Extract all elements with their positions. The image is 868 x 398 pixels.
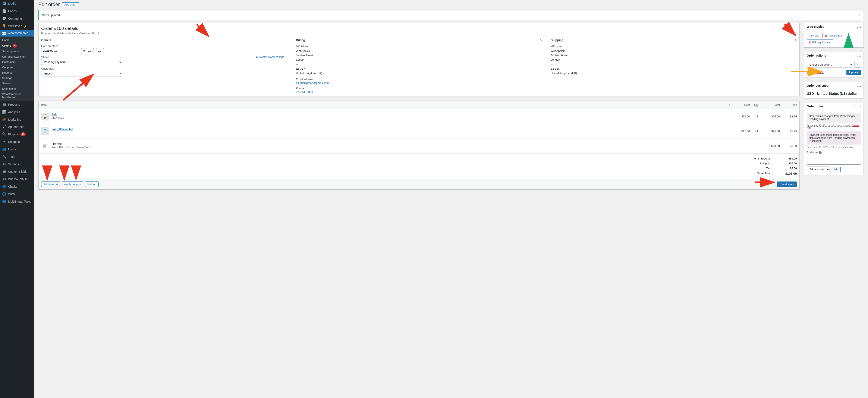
sort-icon[interactable]: ↑ <box>726 103 733 106</box>
hour-input[interactable] <box>86 48 94 54</box>
sidebar-subitem-orders[interactable]: Orders 4 <box>0 43 34 49</box>
sidebar-item-analytics[interactable]: 📊Analytics <box>0 108 34 116</box>
billing-phone-link[interactable]: 07455118823 <box>296 90 313 94</box>
billing-email-link[interactable]: bindushipman@gmail.com <box>296 81 329 85</box>
order-title: Order #100 details <box>41 26 797 31</box>
customer-select[interactable]: Guest <box>41 71 122 76</box>
count-badge: 4 <box>13 44 17 47</box>
chevron-up-icon[interactable]: ⌃ <box>852 54 855 57</box>
chevron-up-icon[interactable]: ⌃ <box>852 25 855 28</box>
address-line: Jubilee Street <box>551 54 797 58</box>
add-order-button[interactable]: Add order <box>62 2 79 7</box>
sidebar-subitem-subscriptions[interactable]: Subscriptions <box>0 49 34 54</box>
chevron-down-icon[interactable]: ⌄ <box>856 54 859 57</box>
sidebar-item-appearance[interactable]: 🖌Appearance <box>0 123 34 130</box>
payment-page-link[interactable]: Customer payment page → <box>256 56 287 59</box>
total-label: Shipping: <box>760 162 771 165</box>
sidebar-subitem-status[interactable]: Status <box>0 81 34 86</box>
delivery-address-button[interactable]: ▤Delivery Address <box>807 39 833 45</box>
item-row: 👕Long Sleeve Tee$25.00× 1$25.00$1.25 <box>39 124 800 139</box>
total-value: $20.00 <box>780 162 797 165</box>
item-tax: $1.25 <box>780 130 797 133</box>
sidebar-item-label: Tools <box>8 155 15 159</box>
sidebar-item-wp-mail-smtp[interactable]: ✉WP Mail SMTP <box>0 175 34 183</box>
sidebar-item-label: WooCommerce <box>8 31 28 35</box>
sidebar-item-snippets[interactable]: ✂Snippets <box>0 138 34 145</box>
shipping-column: Shipping✎ MD IslamWebAppickJubilee Stree… <box>551 38 797 94</box>
pencil-icon[interactable]: ✎ <box>540 38 542 42</box>
sidebar-item-pages[interactable]: 📄Pages <box>0 7 34 15</box>
status-select[interactable]: Pending payment <box>41 59 122 65</box>
caret-up-icon[interactable]: ▴ <box>860 54 861 57</box>
apply-coupon-button[interactable]: Apply coupon <box>62 181 83 187</box>
menu-icon: ✉ <box>2 177 6 181</box>
add-items-button[interactable]: Add item(s) <box>41 181 60 187</box>
sidebar-subitem-home[interactable]: Home <box>0 37 34 43</box>
sidebar-item-products[interactable]: ▤Products <box>0 101 34 108</box>
sidebar-item-tools[interactable]: 🔧Tools <box>0 153 34 160</box>
sidebar-item-users[interactable]: 👥Users <box>0 145 34 153</box>
caret-up-icon[interactable]: ▴ <box>860 25 861 28</box>
sidebar-subitem-extensions[interactable]: Extensions <box>0 86 34 91</box>
chevron-down-icon[interactable]: ⌄ <box>856 105 859 108</box>
sidebar-item-woocommerce[interactable]: wooWooCommerce <box>0 30 34 36</box>
sidebar-item-multilingual-tools[interactable]: 🌐Multilingual Tools <box>0 198 34 205</box>
menu-icon: 🌐 <box>2 192 6 196</box>
product-sku: SKU: 0004 <box>52 117 64 119</box>
minute-input[interactable] <box>96 48 104 54</box>
sidebar-subitem-currency-switcher[interactable]: Currency Switcher <box>0 54 34 59</box>
update-button[interactable]: Update <box>846 70 861 75</box>
packing-slip-button[interactable]: ▦Packing Slip <box>823 33 844 38</box>
order-meta: Payment via Cash on delivery. Customer I… <box>41 32 797 35</box>
admin-sidebar: 🖾Media📄Pages💬Comments💡WPClever⚡wooWooCom… <box>0 0 34 398</box>
sidebar-item-wpml[interactable]: 🌐WPML <box>0 190 34 198</box>
product-name-link[interactable]: Long Sleeve Tee <box>52 128 73 131</box>
caret-up-icon[interactable]: ▴ <box>860 105 861 108</box>
address-line: MD Islam <box>296 44 542 49</box>
sidebar-subitem-woocommerce-multilingual[interactable]: WooCommerce Multilingual <box>0 91 34 100</box>
address-line: United Kingdom (UK) <box>551 71 797 75</box>
item-total: $25.00 <box>763 130 780 133</box>
total-value: $5.00 <box>780 167 797 170</box>
date-input[interactable] <box>41 48 82 54</box>
add-note-button[interactable]: Add <box>831 167 841 172</box>
note-textarea[interactable] <box>807 154 861 165</box>
move-to-trash-link[interactable]: Move to Trash <box>807 71 824 74</box>
chevron-down-icon[interactable]: ⌄ <box>856 84 859 87</box>
sidebar-item-media[interactable]: 🖾Media <box>0 0 34 7</box>
apply-action-button[interactable]: › <box>855 62 861 67</box>
order-action-select[interactable]: Choose an action... <box>807 62 853 67</box>
sidebar-item-plugins[interactable]: 🔌Plugins19 <box>0 130 34 138</box>
sidebar-subitem-reports[interactable]: Reports <box>0 70 34 75</box>
product-name-link[interactable]: Belt <box>52 113 64 116</box>
menu-icon: 🖌 <box>2 125 6 129</box>
sidebar-subitem-customers[interactable]: Customers <box>0 59 34 65</box>
chevron-up-icon[interactable]: ⌃ <box>852 84 855 87</box>
caret-up-icon[interactable]: ▴ <box>860 84 861 87</box>
sidebar-item-wpclever[interactable]: 💡WPClever⚡ <box>0 22 34 30</box>
recalculate-button[interactable]: Recalculate <box>777 181 797 187</box>
sidebar-subitem-settings[interactable]: Settings <box>0 75 34 81</box>
chevron-down-icon[interactable]: ⌄ <box>856 25 859 28</box>
sidebar-item-custom-fields[interactable]: ▦Custom Fields <box>0 168 34 175</box>
date-label: Date created: <box>41 44 287 47</box>
sidebar-subitem-coupons[interactable]: Coupons <box>0 65 34 70</box>
dismiss-icon[interactable]: ✕ <box>858 13 861 17</box>
note-type-select[interactable]: Private note <box>807 167 830 172</box>
items-header-total: Total <box>763 103 780 106</box>
sidebar-item-comments[interactable]: 💬Comments <box>0 15 34 22</box>
delete-note-link[interactable]: Delete note <box>842 146 854 148</box>
woo-invoice-title: Woo Invoice <box>807 25 824 28</box>
email-label: Email address: <box>296 78 542 81</box>
chevron-up-icon[interactable]: ⌃ <box>852 105 855 108</box>
general-heading: General <box>41 38 287 42</box>
sidebar-item-settings[interactable]: ⚙Settings <box>0 160 34 168</box>
sidebar-item-marketing[interactable]: 📣Marketing <box>0 116 34 123</box>
delete-note-link[interactable]: Delete note <box>807 124 859 129</box>
help-icon[interactable]: ? <box>819 151 822 154</box>
menu-icon: 🖾 <box>2 2 6 5</box>
refund-button[interactable]: Refund <box>85 181 99 187</box>
sidebar-item-challan[interactable]: 🔵Challan <box>0 183 34 190</box>
invoice-button[interactable]: ⎙Invoice <box>807 33 821 38</box>
pencil-icon[interactable]: ✎ <box>795 38 797 42</box>
